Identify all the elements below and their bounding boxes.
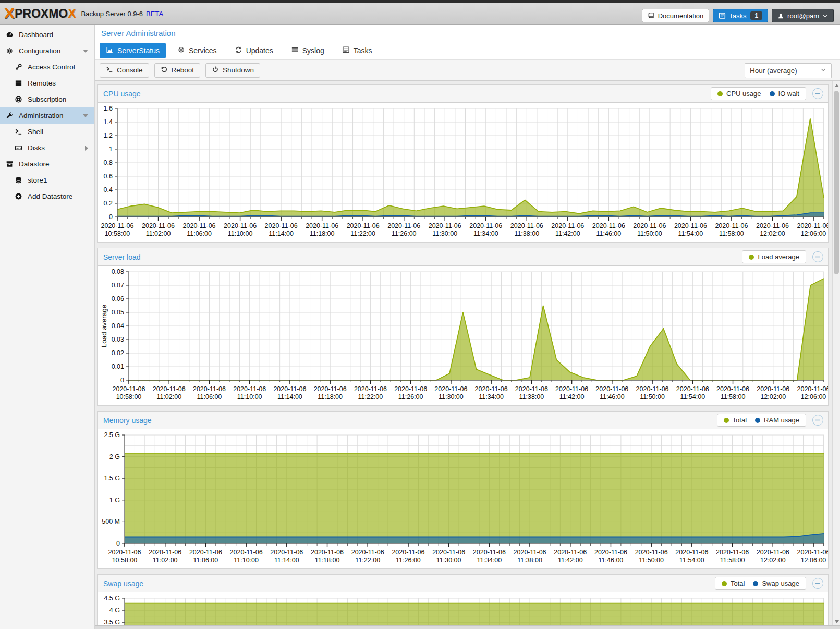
console-button[interactable]: Console <box>100 63 149 78</box>
legend-item-io-wait[interactable]: IO wait <box>770 90 799 98</box>
svg-text:11:34:00: 11:34:00 <box>477 557 502 564</box>
tab-services[interactable]: Services <box>171 43 223 58</box>
proxmox-logo: X PROXMOX <box>4 5 76 22</box>
vertical-scrollbar[interactable] <box>832 81 840 625</box>
tab-label: ServerStatus <box>117 46 160 55</box>
proxmox-logo-word: PROXMOX <box>15 7 76 21</box>
svg-text:2020-11-06: 2020-11-06 <box>514 549 546 556</box>
svg-text:2020-11-06: 2020-11-06 <box>797 549 828 556</box>
svg-text:11:38:00: 11:38:00 <box>514 230 539 237</box>
legend-item-swap-usage[interactable]: Swap usage <box>753 579 799 587</box>
sidebar-item-subscription[interactable]: Subscription <box>0 91 94 107</box>
svg-text:1: 1 <box>109 146 113 153</box>
svg-text:2020-11-06: 2020-11-06 <box>510 222 543 229</box>
chart-body: 0500 M1 G1.5 G2 G2.5 G3 G3.5 G4 G4.5 G20… <box>98 592 828 629</box>
collapse-panel-button[interactable] <box>812 88 823 99</box>
documentation-button[interactable]: Documentation <box>642 9 709 22</box>
sidebar-item-dashboard[interactable]: Dashboard <box>0 27 94 43</box>
svg-text:12:06:00: 12:06:00 <box>801 557 826 564</box>
collapse-panel-button[interactable] <box>812 578 823 589</box>
memory-usage-chart: 0500 M1 G1.5 G2 G2.5 G2020-11-0610:58:00… <box>98 429 828 568</box>
svg-text:11:10:00: 11:10:00 <box>228 230 253 237</box>
swap-usage-chart: 0500 M1 G1.5 G2 G2.5 G3 G3.5 G4 G4.5 G20… <box>98 592 828 629</box>
sidebar-item-label: Add Datastore <box>28 192 72 200</box>
svg-text:11:38:00: 11:38:00 <box>517 557 542 564</box>
svg-text:10:58:00: 10:58:00 <box>112 557 138 564</box>
svg-text:12:02:00: 12:02:00 <box>760 230 785 237</box>
svg-text:2020-11-06: 2020-11-06 <box>715 222 748 229</box>
power-icon <box>212 66 219 75</box>
panel-title: Server load <box>103 253 141 261</box>
svg-text:2020-11-06: 2020-11-06 <box>224 222 257 229</box>
sidebar-item-datastore[interactable]: Datastore <box>0 156 94 172</box>
svg-text:2020-11-06: 2020-11-06 <box>757 549 789 556</box>
tab-serverstatus[interactable]: ServerStatus <box>100 43 166 58</box>
svg-text:2020-11-06: 2020-11-06 <box>636 385 669 393</box>
refresh-icon <box>235 46 242 55</box>
tab-syslog[interactable]: Syslog <box>285 43 331 58</box>
sidebar-item-configuration[interactable]: Configuration <box>0 43 94 59</box>
shutdown-button[interactable]: Shutdown <box>205 63 260 78</box>
database-icon <box>15 176 23 185</box>
legend-dot-icon <box>724 418 729 423</box>
legend-item-load-average[interactable]: Load average <box>749 253 799 261</box>
sidebar-item-administration[interactable]: Administration <box>0 107 94 124</box>
svg-text:12:02:00: 12:02:00 <box>760 557 786 564</box>
svg-text:11:46:00: 11:46:00 <box>599 557 624 564</box>
legend-label: Total <box>733 416 747 424</box>
svg-text:0.07: 0.07 <box>112 282 124 289</box>
reboot-button[interactable]: Reboot <box>154 63 201 78</box>
sidebar-item-store1[interactable]: store1 <box>0 172 94 188</box>
panel-header: Swap usageTotalSwap usage <box>98 575 828 592</box>
syslog-icon <box>291 46 299 55</box>
svg-text:0: 0 <box>120 377 124 384</box>
legend-item-ram-usage[interactable]: RAM usage <box>755 416 799 424</box>
beta-link[interactable]: BETA <box>146 10 163 18</box>
svg-text:11:22:00: 11:22:00 <box>355 557 380 564</box>
sidebar-item-shell[interactable]: Shell <box>0 124 94 140</box>
terminal-icon <box>106 66 113 75</box>
minus-icon <box>815 580 821 586</box>
legend-item-total[interactable]: Total <box>724 416 747 424</box>
legend-dot-icon <box>722 581 727 586</box>
chart-body: 0500 M1 G1.5 G2 G2.5 G2020-11-0610:58:00… <box>98 429 828 568</box>
sidebar-item-disks[interactable]: Disks <box>0 140 94 156</box>
sidebar-item-access-control[interactable]: Access Control <box>0 59 94 75</box>
chart-legend: CPU usageIO wait <box>711 87 806 100</box>
panel-title: CPU usage <box>103 90 141 98</box>
legend-dot-icon <box>717 91 723 96</box>
legend-item-total[interactable]: Total <box>722 579 745 587</box>
scroll-up-button[interactable] <box>833 81 840 89</box>
tab-updates[interactable]: Updates <box>228 43 279 58</box>
svg-text:2.5 G: 2.5 G <box>104 431 120 439</box>
scroll-down-button[interactable] <box>833 618 840 625</box>
svg-text:2020-11-06: 2020-11-06 <box>554 549 587 556</box>
collapse-panel-button[interactable] <box>812 251 823 262</box>
sidebar-item-remotes[interactable]: Remotes <box>0 75 94 91</box>
tab-tasks[interactable]: Tasks <box>336 43 379 58</box>
proxmox-logo-x-icon: X <box>4 5 14 21</box>
svg-text:11:26:00: 11:26:00 <box>398 393 423 401</box>
svg-text:11:18:00: 11:18:00 <box>318 393 343 401</box>
legend-label: Swap usage <box>762 579 799 587</box>
user-menu-button[interactable]: root@pam <box>772 9 834 22</box>
legend-item-cpu-usage[interactable]: CPU usage <box>717 90 761 98</box>
svg-text:0.2: 0.2 <box>104 200 113 207</box>
sidebar-item-add-datastore[interactable]: Add Datastore <box>0 188 94 204</box>
svg-text:2020-11-06: 2020-11-06 <box>233 385 266 393</box>
scrollbar-thumb[interactable] <box>834 91 839 274</box>
svg-text:11:22:00: 11:22:00 <box>350 230 375 237</box>
svg-text:11:58:00: 11:58:00 <box>720 557 745 564</box>
svg-text:11:46:00: 11:46:00 <box>596 230 621 237</box>
panel-title: Swap usage <box>103 579 143 588</box>
svg-text:2020-11-06: 2020-11-06 <box>756 222 789 229</box>
time-range-select[interactable]: Hour (average) <box>745 63 832 78</box>
svg-text:11:42:00: 11:42:00 <box>558 557 583 564</box>
sidebar-item-label: Datastore <box>19 160 50 168</box>
collapse-panel-button[interactable] <box>812 415 823 426</box>
legend-dot-icon <box>753 581 758 586</box>
tasks-button[interactable]: Tasks 1 <box>713 9 768 22</box>
terminal-icon <box>15 128 23 136</box>
svg-text:11:26:00: 11:26:00 <box>392 230 417 237</box>
horizontal-scrollbar[interactable] <box>95 625 840 629</box>
